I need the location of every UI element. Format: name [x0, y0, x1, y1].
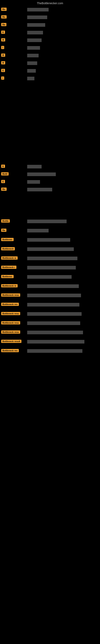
list-item: Bo	[0, 14, 100, 21]
orange-badge[interactable]: Bottleneck re	[1, 284, 18, 288]
list-item: Bottleneck res	[0, 301, 100, 308]
orange-badge[interactable]: E	[1, 180, 5, 183]
orange-badge[interactable]: I	[1, 76, 4, 80]
list-item: B	[0, 37, 100, 44]
list-item: Ba	[0, 227, 100, 234]
orange-badge[interactable]: Bottleneck result	[1, 340, 21, 343]
list-item: Bottleneck res	[0, 347, 100, 354]
orange-badge[interactable]: Bottleneck res	[1, 349, 19, 352]
list-item: Bottleneck re	[0, 282, 100, 290]
orange-badge[interactable]: Bottleneck	[1, 247, 15, 250]
list-item: Ba	[0, 21, 100, 28]
orange-badge[interactable]: Bottle	[1, 219, 10, 222]
orange-badge[interactable]: Bottleneck res	[1, 303, 19, 306]
list-item: Bottleneck resu	[0, 320, 100, 327]
orange-badge[interactable]: Bottlenec	[1, 275, 14, 278]
orange-badge[interactable]: Bottlenec	[1, 238, 14, 241]
list-item: Bo	[0, 6, 100, 13]
list-item: E	[0, 67, 100, 74]
list-item: Bottleneck resu	[0, 329, 100, 336]
orange-badge[interactable]: E	[1, 69, 5, 72]
list-item: Bottleneck resu	[0, 310, 100, 318]
orange-badge[interactable]: B	[1, 38, 5, 42]
orange-badge[interactable]: Ba	[1, 228, 6, 232]
list-item: Bottleneck resu	[0, 292, 100, 299]
orange-badge[interactable]: E	[1, 164, 5, 168]
orange-badge[interactable]: Bo	[1, 8, 7, 11]
orange-badge[interactable]: B	[1, 61, 5, 64]
orange-badge[interactable]: Bo	[1, 188, 7, 191]
site-title-text: TheBottlenecker.com	[37, 2, 63, 5]
list-item: Bottlenec	[0, 236, 100, 244]
list-item: I	[0, 75, 100, 82]
orange-badge[interactable]: Bottleneck resu	[1, 294, 20, 297]
list-item: Bottleneck result	[0, 338, 100, 345]
orange-badge[interactable]: E	[1, 30, 5, 34]
orange-badge[interactable]: Ba	[1, 23, 6, 26]
list-item: Bottleneck	[0, 246, 100, 253]
orange-badge[interactable]: Bottleneck resu	[1, 321, 20, 324]
list-item: Bo	[0, 186, 100, 193]
list-item: B	[0, 52, 100, 59]
orange-badge[interactable]: Bo	[1, 15, 7, 18]
list-item: E	[0, 178, 100, 186]
list-item: E	[0, 163, 100, 170]
list-item: B	[0, 60, 100, 67]
list-item: Bottle	[0, 218, 100, 225]
orange-badge[interactable]: Bottleneck r	[1, 266, 16, 269]
orange-badge[interactable]: B	[1, 54, 5, 57]
list-item: E	[0, 29, 100, 36]
orange-badge[interactable]: Bottleneck re	[1, 256, 18, 260]
list-item: Bottl	[0, 171, 100, 178]
orange-badge[interactable]: I	[1, 46, 4, 49]
list-item: Bottlenec	[0, 273, 100, 280]
orange-badge[interactable]: Bottl	[1, 172, 9, 176]
list-item: I	[0, 44, 100, 52]
list-item: Bottleneck r	[0, 264, 100, 271]
orange-badge[interactable]: Bottleneck resu	[1, 312, 20, 315]
orange-badge[interactable]: Bottleneck resu	[1, 330, 20, 334]
list-item: Bottleneck re	[0, 255, 100, 262]
site-title: TheBottlenecker.com	[0, 0, 100, 6]
